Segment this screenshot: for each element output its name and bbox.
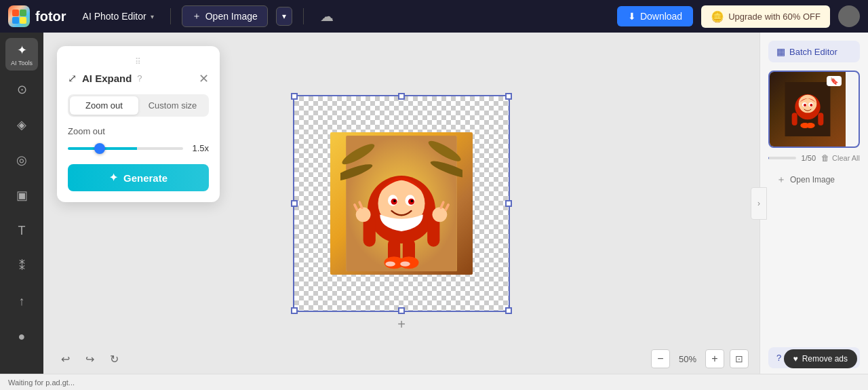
thumbnail-character xyxy=(784,82,831,136)
ai-expand-panel: ⠿ ⤢ AI Expand ? ✕ Zoom out Custom size Z… xyxy=(57,46,220,202)
add-element-icon[interactable]: + xyxy=(397,317,406,332)
svg-rect-41 xyxy=(818,113,823,125)
frame-icon: ▣ xyxy=(16,188,28,203)
logo-area: fotor xyxy=(8,5,66,27)
editor-selector[interactable]: AI Photo Editor ▾ xyxy=(77,8,159,24)
svg-point-38 xyxy=(804,104,806,106)
svg-point-17 xyxy=(411,199,414,202)
cloud-icon[interactable]: ☁ xyxy=(317,5,336,27)
zoom-label: Zoom out xyxy=(68,126,209,136)
batch-editor-button[interactable]: ▦ Batch Editor xyxy=(768,41,860,62)
handle-mid-left[interactable] xyxy=(291,200,298,207)
zoom-out-button[interactable]: − xyxy=(651,349,670,368)
handle-top-mid[interactable] xyxy=(398,93,405,100)
handle-bottom-mid[interactable] xyxy=(398,307,405,314)
clear-all-button[interactable]: 🗑 Clear All xyxy=(821,153,860,163)
undo-button[interactable]: ↩ xyxy=(54,348,76,370)
download-label: Download xyxy=(640,11,682,22)
zoom-controls: − 50% + ⊡ xyxy=(651,349,749,368)
image-count: 1/50 xyxy=(802,154,816,162)
svg-rect-1 xyxy=(20,9,26,16)
svg-point-16 xyxy=(393,199,396,202)
sidebar-item-beauty[interactable]: ◈ xyxy=(5,109,38,141)
svg-point-31 xyxy=(400,261,410,266)
batch-icon: ▦ xyxy=(776,46,785,57)
sidebar-item-ai-tools[interactable]: ✦ AI Tools xyxy=(5,38,38,71)
svg-point-35 xyxy=(799,95,817,113)
svg-rect-0 xyxy=(12,9,19,16)
fit-view-button[interactable]: ⊡ xyxy=(730,349,749,368)
plus-icon: ＋ xyxy=(192,10,201,22)
zoom-value: 1.5x xyxy=(190,143,209,153)
panel-close-button[interactable]: ✕ xyxy=(199,73,209,85)
main-area: ✦ AI Tools ⊙ ◈ ◎ ▣ T ⁑ ↑ ● xyxy=(0,33,868,374)
canvas-border xyxy=(293,95,510,312)
svg-point-43 xyxy=(806,123,814,128)
status-text: Waiting for p.ad.gt... xyxy=(8,378,75,387)
generate-icon: ✦ xyxy=(109,172,118,184)
remove-ads-button[interactable]: ♥ Remove ads xyxy=(784,349,858,368)
generate-button[interactable]: ✦ Generate xyxy=(68,164,209,191)
tab-zoom-out[interactable]: Zoom out xyxy=(70,96,138,115)
zoom-display: 50% xyxy=(675,354,700,364)
canvas-area: ⠿ ⤢ AI Expand ? ✕ Zoom out Custom size Z… xyxy=(43,33,760,374)
drag-handle[interactable]: ⠿ xyxy=(68,57,209,66)
left-sidebar: ✦ AI Tools ⊙ ◈ ◎ ▣ T ⁑ ↑ ● xyxy=(0,33,43,374)
sidebar-item-ai-tools-label: AI Tools xyxy=(11,60,33,66)
open-image-right-label: Open Image xyxy=(790,175,835,184)
elements-icon: ⁑ xyxy=(19,258,25,273)
spacer xyxy=(760,194,868,345)
avatar[interactable] xyxy=(838,5,860,27)
sidebar-item-text[interactable]: T xyxy=(5,214,38,247)
progress-bar-fill xyxy=(768,157,769,159)
svg-point-39 xyxy=(810,104,812,106)
expand-icon: ⤢ xyxy=(68,72,77,85)
handle-bottom-right[interactable] xyxy=(505,307,512,314)
upgrade-button[interactable]: 🪙 Upgrade with 60% OFF xyxy=(701,5,830,28)
panel-title: AI Expand xyxy=(82,73,132,84)
download-button[interactable]: ⬇ Download xyxy=(617,6,693,26)
slider-row: 1.5x xyxy=(68,143,209,153)
sidebar-item-frame[interactable]: ▣ xyxy=(5,179,38,212)
redo-button[interactable]: ↪ xyxy=(79,348,100,370)
help-icon: ? xyxy=(776,353,781,363)
open-image-button[interactable]: ＋ Open Image xyxy=(182,5,268,27)
handle-top-right[interactable] xyxy=(505,93,512,100)
right-panel-header: ▦ Batch Editor xyxy=(760,33,868,71)
upgrade-label: Upgrade with 60% OFF xyxy=(728,12,821,22)
clear-label: Clear All xyxy=(832,154,860,162)
heart-icon: ♥ xyxy=(793,354,798,364)
refresh-button[interactable]: ↻ xyxy=(103,348,125,370)
handle-top-left[interactable] xyxy=(291,93,298,100)
handle-bottom-left[interactable] xyxy=(291,307,298,314)
sidebar-item-elements[interactable]: ⁑ xyxy=(5,250,38,282)
right-panel-collapse-button[interactable]: › xyxy=(751,187,767,220)
coin-icon: 🪙 xyxy=(711,10,724,23)
sidebar-item-more[interactable]: ● xyxy=(5,320,38,353)
text-icon: T xyxy=(18,224,26,238)
divider-2 xyxy=(303,8,304,24)
logo-text: fotor xyxy=(35,9,66,24)
open-image-dropdown-button[interactable]: ▾ xyxy=(276,7,292,26)
remove-ads-label: Remove ads xyxy=(802,354,848,364)
chevron-down-icon: ▾ xyxy=(151,13,154,20)
trash-icon: 🗑 xyxy=(821,153,829,163)
sidebar-item-effect[interactable]: ◎ xyxy=(5,144,38,176)
main-canvas-image xyxy=(330,132,473,275)
canvas-content: + xyxy=(293,95,510,312)
zoom-slider[interactable] xyxy=(68,147,183,150)
sidebar-item-adjust[interactable]: ⊙ xyxy=(5,73,38,106)
right-panel: › ▦ Batch Editor xyxy=(760,33,868,374)
editor-label: AI Photo Editor xyxy=(83,11,146,22)
handle-mid-right[interactable] xyxy=(505,200,512,207)
bottom-bar: ↩ ↪ ↻ − 50% + ⊡ xyxy=(43,344,760,374)
svg-point-30 xyxy=(385,261,395,266)
tab-custom-size[interactable]: Custom size xyxy=(138,96,207,115)
open-image-right-button[interactable]: ＋ Open Image xyxy=(768,168,860,191)
panel-help-icon[interactable]: ? xyxy=(137,73,142,83)
thumbnail-image: 🔖 xyxy=(770,72,846,147)
plus-icon-right: ＋ xyxy=(776,174,786,186)
batch-editor-label: Batch Editor xyxy=(789,47,837,57)
sidebar-item-upload[interactable]: ↑ xyxy=(5,285,38,317)
zoom-in-button[interactable]: + xyxy=(705,349,724,368)
